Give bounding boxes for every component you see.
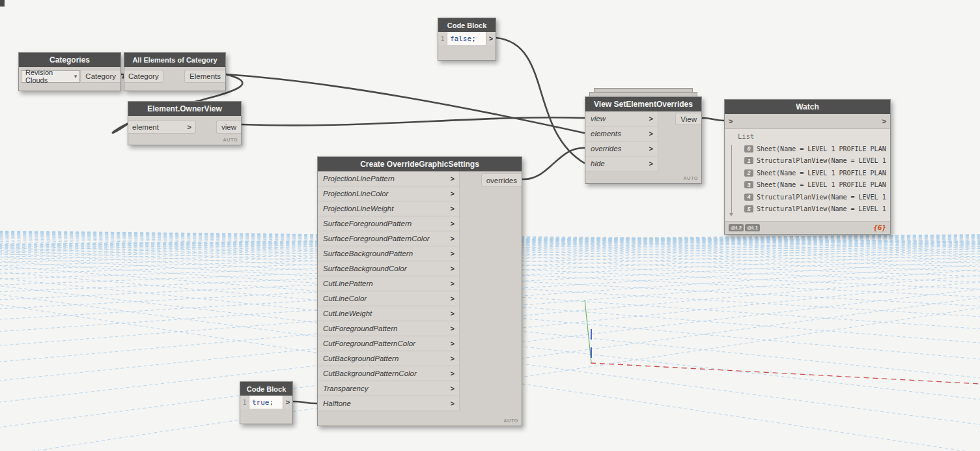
- node-header[interactable]: All Elements of Category: [124, 53, 225, 67]
- dynamo-workspace-canvas[interactable]: Categories Revision Clouds ▾ Category Al…: [0, 0, 980, 451]
- input-port-category[interactable]: Category: [124, 70, 163, 83]
- watch-item-index-badge: 1: [744, 157, 753, 164]
- input-port[interactable]: elements >: [585, 126, 658, 141]
- code-punctuation: ;: [270, 398, 274, 407]
- node-watch[interactable]: Watch > > List 0 Sheet(Name = LEVEL 1 PR…: [724, 99, 891, 235]
- code-editor[interactable]: 1 true ; >: [240, 396, 292, 409]
- output-port-view[interactable]: View: [675, 113, 701, 125]
- input-port[interactable]: CutLineWeight >: [318, 306, 460, 321]
- input-port[interactable]: CutLineColor >: [318, 291, 460, 306]
- input-port[interactable]: CutForegroundPattern >: [318, 321, 460, 336]
- output-port[interactable]: >: [486, 32, 496, 45]
- port-chevron-icon: >: [451, 295, 455, 302]
- input-port-label: view: [591, 115, 606, 123]
- input-port-label: CutLineColor: [323, 295, 367, 302]
- node-header[interactable]: Create OverrideGraphicSettings: [318, 157, 522, 171]
- port-chevron-icon: >: [649, 130, 653, 138]
- input-port[interactable]: CutLinePattern >: [318, 276, 460, 291]
- node-header[interactable]: Element.OwnerView: [128, 102, 241, 116]
- wire-elements-to-viewset-elements[interactable]: [226, 74, 584, 133]
- code-punctuation: ;: [471, 35, 476, 43]
- code-keyword: true: [252, 398, 270, 407]
- input-port[interactable]: ProjectionLineColor >: [318, 186, 460, 201]
- port-row: Category Elements: [124, 70, 225, 83]
- watch-item-text: Sheet(Name = LEVEL 1 PROFILE PLAN: [757, 181, 886, 188]
- input-port-label: CutForegroundPatternColor: [323, 340, 415, 347]
- port-chevron-icon: >: [451, 190, 455, 197]
- input-port[interactable]: ProjectionLinePattern >: [318, 171, 460, 186]
- node-element-ownerview[interactable]: Element.OwnerView element > view AUTO: [128, 101, 242, 145]
- input-port[interactable]: Transparency >: [318, 381, 460, 396]
- wire-codeblock-false-to-viewset-hide[interactable]: [496, 38, 584, 163]
- input-port-label: ProjectionLineColor: [323, 190, 388, 197]
- input-port-label: CutBackgroundPatternColor: [323, 370, 417, 377]
- input-ports: view > elements > overrides > hide >: [585, 111, 658, 171]
- wire-codeblock-true-to-create-halftone[interactable]: [293, 401, 317, 403]
- input-port[interactable]: hide >: [585, 156, 658, 171]
- input-port[interactable]: CutForegroundPatternColor >: [318, 336, 460, 351]
- node-header[interactable]: Code Block: [240, 382, 292, 396]
- node-code-block-false[interactable]: Code Block 1 false ; >: [438, 18, 496, 61]
- level-badge[interactable]: @L2: [729, 224, 744, 231]
- port-chevron-icon: >: [451, 175, 455, 182]
- code-text[interactable]: true ;: [249, 396, 283, 409]
- port-chevron-icon: >: [451, 400, 455, 407]
- watch-list-label: List: [738, 132, 889, 140]
- input-port[interactable]: overrides >: [585, 141, 658, 156]
- output-port-chevron-icon[interactable]: >: [882, 118, 886, 125]
- node-categories[interactable]: Categories Revision Clouds ▾ Category: [18, 52, 121, 91]
- input-port[interactable]: SurfaceBackgroundColor >: [318, 261, 460, 276]
- input-port[interactable]: view >: [585, 111, 658, 126]
- port-chevron-icon: >: [188, 124, 191, 131]
- node-create-overridegraphicsettings[interactable]: Create OverrideGraphicSettings Projectio…: [317, 156, 522, 426]
- output-port-label: Category: [85, 72, 116, 80]
- port-chevron-icon: >: [649, 160, 653, 167]
- input-port-label: Category: [128, 72, 159, 80]
- port-chevron-icon: >: [451, 325, 455, 332]
- level-badge[interactable]: @L1: [745, 224, 760, 231]
- code-editor[interactable]: 1 false ; >: [438, 32, 496, 45]
- output-port-overrides[interactable]: overrides: [481, 173, 522, 187]
- input-port[interactable]: SurfaceForegroundPattern >: [318, 216, 460, 231]
- level-badges: @L2 @L1: [729, 224, 760, 231]
- code-text[interactable]: false ;: [447, 32, 486, 45]
- port-chevron-icon: >: [451, 310, 455, 317]
- input-port[interactable]: ProjectionLineWeight >: [318, 201, 460, 216]
- input-port[interactable]: Halftone >: [318, 396, 460, 411]
- input-port[interactable]: SurfaceBackgroundPattern >: [318, 246, 460, 261]
- wire-viewset-view-to-watch[interactable]: [702, 118, 724, 121]
- node-header[interactable]: Categories: [19, 53, 120, 67]
- port-row: element > view: [128, 121, 241, 134]
- watch-item-text: StructuralPlanView(Name = LEVEL 1: [757, 194, 886, 201]
- watch-list-item: 0 Sheet(Name = LEVEL 1 PROFILE PLAN: [736, 143, 889, 155]
- input-port[interactable]: SurfaceForegroundPatternColor >: [318, 231, 460, 246]
- input-port-label: elements: [591, 130, 621, 138]
- node-all-elements-of-category[interactable]: All Elements of Category Category Elemen…: [124, 52, 226, 91]
- output-port[interactable]: >: [283, 396, 292, 409]
- list-count: {6}: [873, 224, 886, 232]
- input-port[interactable]: CutBackgroundPattern >: [318, 351, 460, 366]
- input-port-label: Transparency: [323, 385, 368, 392]
- port-chevron-icon: >: [451, 340, 455, 347]
- category-dropdown[interactable]: Revision Clouds ▾: [21, 70, 80, 83]
- input-port-label: ProjectionLineWeight: [323, 205, 393, 212]
- input-port-element[interactable]: element >: [128, 121, 196, 134]
- watch-item-index-badge: 2: [744, 169, 753, 177]
- node-header[interactable]: Watch: [725, 100, 890, 114]
- node-header[interactable]: Code Block: [438, 18, 496, 32]
- output-port-category[interactable]: Category: [80, 70, 120, 83]
- wire-create-overrides-to-viewset-overrides[interactable]: [522, 148, 584, 179]
- port-chevron-icon: >: [451, 250, 455, 257]
- node-header[interactable]: View SetElementOverrides: [585, 97, 701, 111]
- watch-item-index-badge: 4: [744, 194, 753, 201]
- lacing-indicator: AUTO: [503, 418, 518, 424]
- output-port-view[interactable]: view: [216, 121, 241, 134]
- watch-list-item: 3 Sheet(Name = LEVEL 1 PROFILE PLAN: [736, 179, 889, 192]
- node-code-block-true[interactable]: Code Block 1 true ; >: [240, 381, 293, 424]
- node-view-setelementoverrides[interactable]: View SetElementOverrides view > elements…: [585, 96, 702, 184]
- input-port-chevron-icon[interactable]: >: [729, 118, 733, 125]
- input-port-label: SurfaceForegroundPatternColor: [323, 235, 430, 242]
- output-port-elements[interactable]: Elements: [184, 70, 225, 83]
- output-port-label: overrides: [486, 177, 517, 184]
- input-port[interactable]: CutBackgroundPatternColor >: [318, 366, 460, 381]
